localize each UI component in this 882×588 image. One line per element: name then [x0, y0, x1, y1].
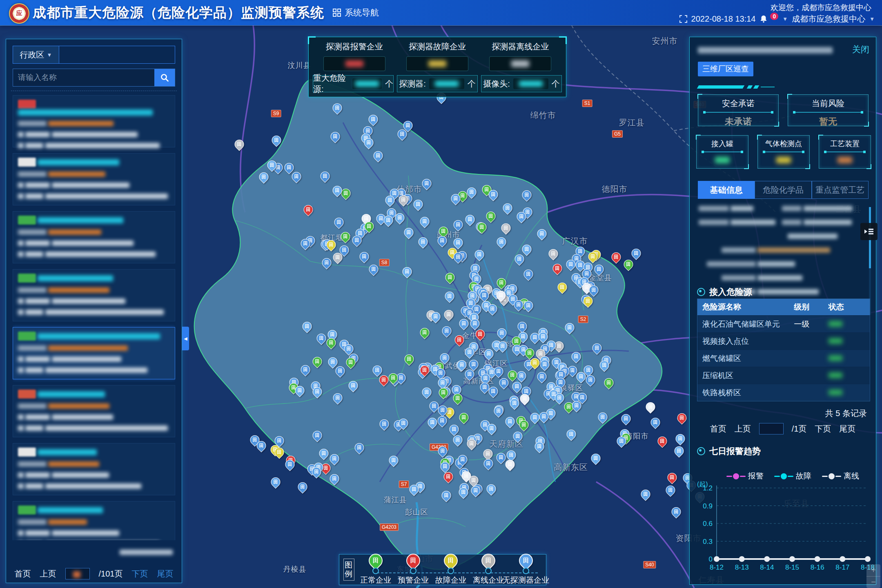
- page-number-input[interactable]: [759, 423, 784, 434]
- hazard-section-title: 接入危险源: [709, 286, 752, 298]
- legend-item-故障: 故障: [774, 471, 811, 481]
- company-list-item[interactable]: [13, 153, 175, 205]
- status-tag: [18, 390, 36, 399]
- safety-promise-label: 安全承诺: [698, 98, 778, 109]
- trend-chart-legend: 报警故障离线: [726, 471, 859, 481]
- company-list-item[interactable]: [13, 211, 175, 263]
- road-shield: G4203: [380, 523, 399, 531]
- hazard-table-header: 危险源名称级别状态: [697, 299, 870, 315]
- table-row[interactable]: 液化石油气储罐区单元一级: [697, 315, 870, 332]
- company-list-item[interactable]: [13, 95, 175, 147]
- road-shield: S8: [379, 259, 390, 266]
- stat-cards: 探测器报警企业探测器故障企业探测器离线企业: [313, 40, 562, 71]
- stat-card-value-redacted: [489, 56, 551, 71]
- stat-card: 探测器故障企业: [396, 40, 479, 71]
- safety-promise-value: 未承诺: [698, 116, 778, 128]
- stat-counters: 重大危险源:个探测器:个摄像头:个: [313, 75, 562, 92]
- svg-text:0.3: 0.3: [703, 538, 713, 546]
- tab-2[interactable]: 危险化学品: [755, 181, 811, 199]
- prev-page-button[interactable]: 上页: [735, 423, 751, 434]
- last-page-button[interactable]: 尾页: [839, 423, 855, 434]
- plant-3d-tour-button[interactable]: 三维厂区巡查: [698, 62, 753, 76]
- first-page-button[interactable]: 首页: [710, 423, 726, 434]
- city-label: 汶川县: [288, 60, 311, 70]
- last-page-button[interactable]: 尾页: [157, 568, 173, 579]
- trend-chart: 00.30.60.91.2(起)8-128-138-148-158-168-17…: [693, 481, 875, 576]
- sidebar-collapse-button[interactable]: ◀: [182, 327, 189, 350]
- table-header-cell: 状态: [829, 302, 870, 312]
- search-input[interactable]: 请输入名称: [13, 69, 154, 86]
- company-list-item[interactable]: [13, 501, 175, 540]
- table-row[interactable]: 燃气储罐区: [697, 350, 870, 367]
- legend-item-离线: 离线: [822, 471, 859, 481]
- detail-pagination: 首页 上页 /1页 下页 尾页: [690, 423, 876, 434]
- zoom-in-button[interactable]: +: [866, 564, 880, 577]
- table-row[interactable]: 压缩机区: [697, 367, 870, 384]
- app-logo-icon: 应: [9, 3, 29, 24]
- company-list-item[interactable]: [13, 327, 175, 379]
- hazard-section-header: 接入危险源: [697, 286, 752, 298]
- zoom-out-button[interactable]: −: [866, 577, 880, 588]
- road-shield: S2: [578, 316, 588, 323]
- sidebar-pagination: 首页 上页 /101页 下页 尾页: [6, 568, 182, 579]
- city-label: 德阳市: [602, 184, 628, 195]
- status-tag: [18, 216, 36, 225]
- road-shield: S40: [643, 561, 656, 568]
- close-button[interactable]: 关闭: [852, 44, 869, 55]
- stats-panel: 探测器报警企业探测器故障企业探测器离线企业 重大危险源:个探测器:个摄像头:个: [308, 37, 566, 97]
- chevron-down-icon: ▼: [47, 52, 52, 58]
- next-page-button[interactable]: 下页: [131, 568, 148, 579]
- tab-3[interactable]: 重点监管工艺: [812, 181, 869, 199]
- next-page-button[interactable]: 下页: [815, 423, 831, 434]
- search-row: 请输入名称: [13, 69, 175, 87]
- legend-item: 田离线企业: [470, 554, 507, 586]
- welcome-text: 欢迎您，成都市应急救援中心: [771, 2, 871, 13]
- map-legend-panel: 图例 田正常企业田预警企业田故障企业田离线企业田无探测器企业: [339, 554, 546, 585]
- system-nav-button[interactable]: 系统导航: [333, 0, 379, 25]
- stat-card-label: 探测器故障企业: [396, 41, 479, 52]
- company-list-item[interactable]: [13, 385, 175, 437]
- svg-text:8-16: 8-16: [811, 564, 824, 571]
- page-total: /1页: [792, 423, 807, 434]
- table-row[interactable]: 视频接入点位: [697, 332, 870, 350]
- company-list-item[interactable]: [13, 269, 175, 321]
- count-box-1: 接入罐: [696, 135, 748, 169]
- region-filter-row: 行政区 ▼: [13, 46, 175, 64]
- first-page-button[interactable]: 首页: [15, 568, 31, 579]
- page-total: /101页: [99, 568, 123, 579]
- org-name[interactable]: 成都市应急救援中心: [792, 13, 865, 24]
- status-tag: [18, 332, 36, 341]
- tab-1[interactable]: 基础信息: [698, 181, 755, 199]
- safety-promise-box: 安全承诺 未承诺: [698, 94, 779, 126]
- status-tag: [18, 506, 36, 514]
- road-shield: S9: [271, 110, 281, 117]
- stat-card: 探测器报警企业: [313, 40, 396, 71]
- city-label: 高新东区: [554, 462, 588, 473]
- page-number-input[interactable]: [65, 568, 90, 579]
- company-detail-panel: 关闭 三维厂区巡查 安全承诺 未承诺 当前风险 暂无 接入罐气体检测点工艺装置 …: [689, 37, 876, 585]
- current-risk-box: 当前风险 暂无: [788, 94, 869, 126]
- device-counter: 探测器:个: [397, 75, 478, 92]
- road-shield: S1: [582, 100, 592, 107]
- prev-page-button[interactable]: 上页: [40, 568, 56, 579]
- expand-detail-button[interactable]: [860, 223, 878, 240]
- region-select[interactable]: 行政区 ▼: [13, 46, 59, 63]
- section-bullet-icon: [697, 288, 705, 296]
- company-list-item[interactable]: [13, 443, 175, 495]
- svg-text:8-12: 8-12: [710, 564, 724, 571]
- chevron-down-icon[interactable]: ▼: [782, 16, 788, 22]
- svg-text:0: 0: [709, 555, 713, 563]
- region-value-input[interactable]: [59, 46, 175, 63]
- stat-card-label: 探测器报警企业: [313, 41, 396, 52]
- system-nav-label: 系统导航: [345, 7, 379, 18]
- table-row[interactable]: 铁路栈桥区: [697, 384, 870, 401]
- fullscreen-icon[interactable]: [679, 15, 687, 23]
- svg-text:(起): (起): [697, 481, 708, 488]
- city-label: 绵竹市: [530, 110, 556, 121]
- app-title: 成都市重大危险源（危险化学品）监测预警系统: [33, 0, 324, 25]
- search-button[interactable]: [154, 69, 175, 86]
- map-zoom-control: + −: [866, 564, 880, 588]
- chevron-down-icon[interactable]: ▼: [869, 16, 875, 22]
- legend-item-报警: 报警: [726, 471, 764, 481]
- bell-icon[interactable]: [760, 15, 768, 23]
